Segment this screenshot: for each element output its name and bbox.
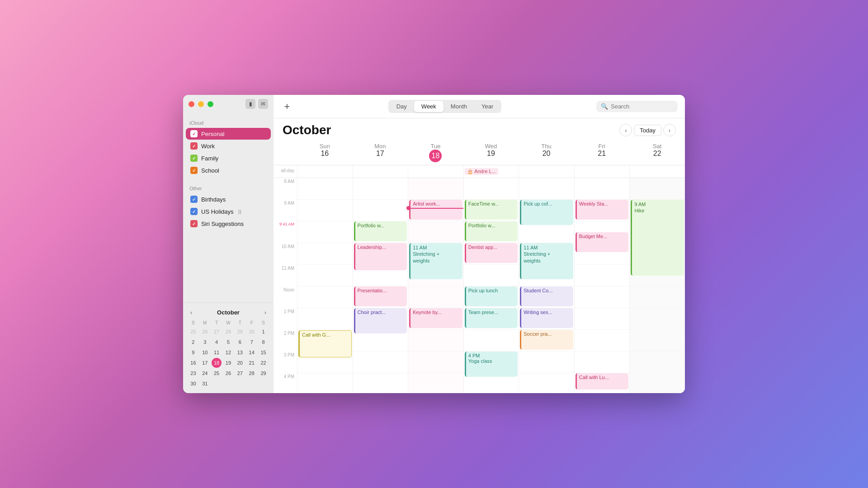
search-input[interactable] xyxy=(611,103,673,110)
mini-day-6[interactable]: 6 xyxy=(235,337,245,347)
event-choir[interactable]: Choir pract... xyxy=(354,308,407,333)
event-portfolio-mon[interactable]: Portfolio w... xyxy=(354,221,407,241)
event-stretching-tue[interactable]: 11 AMStretching +weights xyxy=(409,243,462,279)
mini-day-24[interactable]: 24 xyxy=(200,368,210,378)
mini-day-26p[interactable]: 26 xyxy=(200,327,210,337)
event-team-prese[interactable]: Team prese... xyxy=(465,308,518,328)
mini-day-8[interactable]: 8 xyxy=(259,337,269,347)
mini-day-25p[interactable]: 25 xyxy=(188,327,198,337)
time-label-10am: 10 AM xyxy=(274,243,297,265)
next-week-button[interactable]: › xyxy=(663,124,676,136)
mini-day-29[interactable]: 29 xyxy=(259,368,269,378)
close-button[interactable] xyxy=(189,101,194,107)
sidebar-item-family[interactable]: ✓ Family xyxy=(186,152,271,164)
mini-day-23[interactable]: 23 xyxy=(188,368,198,378)
mini-day-12[interactable]: 12 xyxy=(223,347,233,357)
mini-day-13[interactable]: 13 xyxy=(235,347,245,357)
mini-day-27p[interactable]: 27 xyxy=(212,327,222,337)
inbox-icon[interactable]: ✉ xyxy=(258,99,268,109)
event-facetime[interactable]: FaceTime w... xyxy=(465,200,518,220)
view-day-button[interactable]: Day xyxy=(389,101,414,112)
event-pickup-coffee[interactable]: Pick up cof... xyxy=(520,200,573,225)
event-writing-ses[interactable]: Writing ses... xyxy=(520,308,573,328)
day-num-sun: 16 xyxy=(299,150,351,158)
mini-next-button[interactable]: › xyxy=(263,308,268,317)
mini-day-10[interactable]: 10 xyxy=(200,347,210,357)
event-dentist[interactable]: Dentist app... xyxy=(465,243,518,263)
event-budget-me[interactable]: Budget Me... xyxy=(576,232,629,252)
sidebar-item-personal[interactable]: ✓ Personal xyxy=(186,128,271,140)
event-portfolio-wed[interactable]: Portfolio w... xyxy=(465,221,518,241)
mini-day-18[interactable]: 18 xyxy=(212,358,222,368)
mini-day-9[interactable]: 9 xyxy=(188,347,198,357)
mini-day-4[interactable]: 4 xyxy=(212,337,222,347)
sidebar-item-siri[interactable]: ✓ Siri Suggestions xyxy=(186,218,271,230)
event-leadership[interactable]: Leadership... xyxy=(354,243,407,270)
allday-label: all-day xyxy=(274,165,297,178)
time-label-4pm: 4 PM xyxy=(274,373,297,393)
search-box[interactable]: 🔍 xyxy=(596,101,678,112)
view-week-button[interactable]: Week xyxy=(414,101,443,112)
sidebar-item-us-holidays[interactable]: ✓ US Holidays )) xyxy=(186,206,271,217)
add-event-button[interactable]: + xyxy=(281,100,293,113)
toolbar: + Day Week Month Year 🔍 xyxy=(274,95,685,118)
allday-event-andre[interactable]: 🎂 Andre L... xyxy=(465,168,498,175)
mini-day-20[interactable]: 20 xyxy=(235,358,245,368)
time-label-941am: 9:41 AM xyxy=(274,221,297,243)
day-header-sun: Sun 16 xyxy=(297,140,353,165)
mini-day-14[interactable]: 14 xyxy=(247,347,257,357)
mini-day-25[interactable]: 25 xyxy=(212,368,222,378)
event-call-lu[interactable]: Call with Lu... xyxy=(576,373,629,389)
mini-day-21[interactable]: 21 xyxy=(247,358,257,368)
event-pickup-lunch[interactable]: Pick up lunch xyxy=(465,286,518,306)
today-button[interactable]: Today xyxy=(634,125,661,136)
mini-day-15[interactable]: 15 xyxy=(259,347,269,357)
mini-day-29p[interactable]: 29 xyxy=(235,327,245,337)
event-presentation[interactable]: Presentatio... xyxy=(354,286,407,306)
mini-day-28p[interactable]: 28 xyxy=(223,327,233,337)
family-label: Family xyxy=(201,155,218,162)
dow-s1: S xyxy=(188,319,199,326)
view-year-button[interactable]: Year xyxy=(474,101,500,112)
mini-day-2[interactable]: 2 xyxy=(188,337,198,347)
mini-day-26[interactable]: 26 xyxy=(223,368,233,378)
sidebar-item-work[interactable]: ✓ Work xyxy=(186,140,271,152)
maximize-button[interactable] xyxy=(208,101,213,107)
dow-s2: S xyxy=(258,319,269,326)
event-stretching-thu[interactable]: 11 AMStretching +weights xyxy=(520,243,573,279)
mini-day-31[interactable]: 31 xyxy=(200,379,210,389)
event-student-co[interactable]: Student Co... xyxy=(520,286,573,306)
event-keynote[interactable]: Keynote by... xyxy=(409,308,462,328)
prev-week-button[interactable]: ‹ xyxy=(619,124,632,136)
mini-day-30p[interactable]: 30 xyxy=(247,327,257,337)
mini-day-27[interactable]: 27 xyxy=(235,368,245,378)
mini-day-3[interactable]: 3 xyxy=(200,337,210,347)
mini-prev-button[interactable]: ‹ xyxy=(189,308,194,317)
sidebar-item-birthdays[interactable]: ✓ Birthdays xyxy=(186,193,271,205)
mini-day-7[interactable]: 7 xyxy=(247,337,257,347)
siri-checkbox: ✓ xyxy=(190,220,198,227)
event-yoga[interactable]: 4 PMYoga class xyxy=(465,352,518,377)
sidebar-toggle-icon[interactable]: ▮ xyxy=(245,99,255,109)
mini-day-1[interactable]: 1 xyxy=(259,327,269,337)
mini-day-5[interactable]: 5 xyxy=(223,337,233,347)
mini-day-19[interactable]: 19 xyxy=(223,358,233,368)
mini-day-28[interactable]: 28 xyxy=(247,368,257,378)
event-soccer[interactable]: Soccer pra... xyxy=(520,330,573,350)
view-switcher: Day Week Month Year xyxy=(388,100,502,113)
event-artist-work[interactable]: Artist work... xyxy=(409,200,462,220)
view-month-button[interactable]: Month xyxy=(443,101,474,112)
mini-day-30[interactable]: 30 xyxy=(188,379,198,389)
event-hike[interactable]: 9 AMHike xyxy=(631,200,684,276)
event-weekly-sta[interactable]: Weekly Sta... xyxy=(576,200,629,220)
mini-day-17[interactable]: 17 xyxy=(200,358,210,368)
sidebar-item-school[interactable]: ✓ School xyxy=(186,164,271,176)
mini-day-22[interactable]: 22 xyxy=(259,358,269,368)
mini-day-11[interactable]: 11 xyxy=(212,347,222,357)
dow-t2: T xyxy=(234,319,245,326)
event-call-g[interactable]: Call with G... xyxy=(298,330,352,357)
allday-cell-mon xyxy=(353,165,408,178)
mini-calendar: ‹ October › S M T W T F S 25 26 27 28 29… xyxy=(183,302,274,393)
mini-day-16[interactable]: 16 xyxy=(188,358,198,368)
minimize-button[interactable] xyxy=(198,101,204,107)
